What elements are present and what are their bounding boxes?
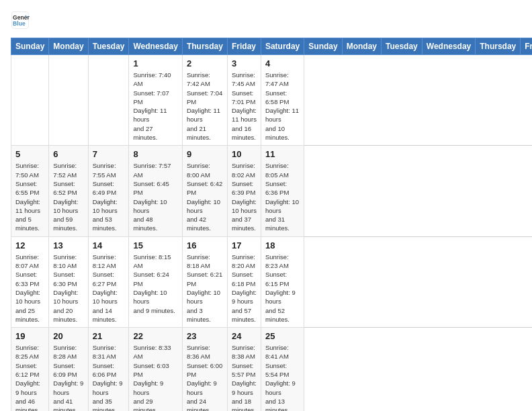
cell-content: Sunrise: 8:36 AM Sunset: 6:00 PM Dayligh… — [187, 343, 223, 411]
day-header-monday: Monday — [49, 38, 88, 55]
day-number: 6 — [53, 149, 83, 159]
day-number: 24 — [232, 331, 257, 341]
day-number: 23 — [187, 331, 223, 341]
day-number: 20 — [53, 331, 83, 341]
calendar-header-row: SundayMondayTuesdayWednesdayThursdayFrid… — [11, 38, 533, 55]
day-number: 5 — [15, 149, 44, 159]
calendar-cell: 7Sunrise: 7:55 AM Sunset: 6:49 PM Daylig… — [88, 146, 129, 236]
cell-content: Sunrise: 7:52 AM Sunset: 6:52 PM Dayligh… — [53, 161, 83, 232]
page-header: General Blue — [11, 11, 521, 30]
cell-content: Sunrise: 8:10 AM Sunset: 6:30 PM Dayligh… — [53, 253, 83, 324]
calendar-cell: 22Sunrise: 8:33 AM Sunset: 6:03 PM Dayli… — [129, 328, 182, 411]
calendar-cell: 10Sunrise: 8:02 AM Sunset: 6:39 PM Dayli… — [227, 146, 261, 236]
day-number: 12 — [15, 240, 44, 250]
cell-content: Sunrise: 7:55 AM Sunset: 6:49 PM Dayligh… — [93, 161, 125, 232]
calendar-cell: 16Sunrise: 8:18 AM Sunset: 6:21 PM Dayli… — [182, 236, 227, 327]
cell-content: Sunrise: 8:28 AM Sunset: 6:09 PM Dayligh… — [53, 343, 83, 411]
calendar-cell: 24Sunrise: 8:38 AM Sunset: 5:57 PM Dayli… — [227, 328, 261, 411]
day-number: 25 — [265, 331, 300, 341]
calendar-cell: 2Sunrise: 7:42 AM Sunset: 7:04 PM Daylig… — [182, 55, 227, 146]
calendar-cell: 9Sunrise: 8:00 AM Sunset: 6:42 PM Daylig… — [182, 146, 227, 236]
calendar-cell: 11Sunrise: 8:05 AM Sunset: 6:36 PM Dayli… — [261, 146, 304, 236]
logo-icon: General Blue — [11, 11, 30, 30]
cell-content: Sunrise: 7:40 AM Sunset: 7:07 PM Dayligh… — [133, 71, 177, 142]
col-header-monday: Monday — [342, 38, 381, 55]
day-number: 4 — [265, 58, 300, 68]
day-number: 13 — [53, 240, 83, 250]
day-number: 7 — [93, 149, 125, 159]
calendar-cell: 23Sunrise: 8:36 AM Sunset: 6:00 PM Dayli… — [182, 328, 227, 411]
day-number: 14 — [93, 240, 125, 250]
calendar-cell: 15Sunrise: 8:15 AM Sunset: 6:24 PM Dayli… — [129, 236, 182, 327]
calendar-cell — [49, 55, 88, 146]
calendar-cell: 5Sunrise: 7:50 AM Sunset: 6:55 PM Daylig… — [11, 146, 49, 236]
cell-content: Sunrise: 8:41 AM Sunset: 5:54 PM Dayligh… — [265, 343, 300, 411]
cell-content: Sunrise: 7:45 AM Sunset: 7:01 PM Dayligh… — [232, 71, 257, 142]
cell-content: Sunrise: 7:42 AM Sunset: 7:04 PM Dayligh… — [187, 71, 223, 142]
cell-content: Sunrise: 8:33 AM Sunset: 6:03 PM Dayligh… — [133, 343, 177, 411]
calendar-cell: 3Sunrise: 7:45 AM Sunset: 7:01 PM Daylig… — [227, 55, 261, 146]
day-number: 17 — [232, 240, 257, 250]
day-number: 19 — [15, 331, 44, 341]
calendar-cell: 8Sunrise: 7:57 AM Sunset: 6:45 PM Daylig… — [129, 146, 182, 236]
calendar-cell: 12Sunrise: 8:07 AM Sunset: 6:33 PM Dayli… — [11, 236, 49, 327]
cell-content: Sunrise: 8:18 AM Sunset: 6:21 PM Dayligh… — [187, 253, 223, 324]
cell-content: Sunrise: 8:05 AM Sunset: 6:36 PM Dayligh… — [265, 161, 300, 232]
day-number: 18 — [265, 240, 300, 250]
cell-content: Sunrise: 8:31 AM Sunset: 6:06 PM Dayligh… — [93, 343, 125, 411]
cell-content: Sunrise: 8:02 AM Sunset: 6:39 PM Dayligh… — [232, 161, 257, 232]
day-number: 16 — [187, 240, 223, 250]
day-number: 21 — [93, 331, 125, 341]
col-header-tuesday: Tuesday — [381, 38, 422, 55]
day-number: 11 — [265, 149, 300, 159]
cell-content: Sunrise: 8:12 AM Sunset: 6:27 PM Dayligh… — [93, 253, 125, 324]
day-number: 15 — [133, 240, 177, 250]
col-header-thursday: Thursday — [476, 38, 521, 55]
day-number: 2 — [187, 58, 223, 68]
svg-text:Blue: Blue — [13, 20, 26, 27]
calendar-cell: 25Sunrise: 8:41 AM Sunset: 5:54 PM Dayli… — [261, 328, 304, 411]
calendar-cell: 21Sunrise: 8:31 AM Sunset: 6:06 PM Dayli… — [88, 328, 129, 411]
calendar-week-4: 19Sunrise: 8:25 AM Sunset: 6:12 PM Dayli… — [11, 328, 533, 411]
calendar-cell: 20Sunrise: 8:28 AM Sunset: 6:09 PM Dayli… — [49, 328, 88, 411]
calendar-cell: 18Sunrise: 8:23 AM Sunset: 6:15 PM Dayli… — [261, 236, 304, 327]
calendar-cell: 19Sunrise: 8:25 AM Sunset: 6:12 PM Dayli… — [11, 328, 49, 411]
calendar-cell: 13Sunrise: 8:10 AM Sunset: 6:30 PM Dayli… — [49, 236, 88, 327]
calendar-table: SundayMondayTuesdayWednesdayThursdayFrid… — [11, 38, 532, 411]
day-number: 10 — [232, 149, 257, 159]
cell-content: Sunrise: 8:38 AM Sunset: 5:57 PM Dayligh… — [232, 343, 257, 411]
calendar-cell: 14Sunrise: 8:12 AM Sunset: 6:27 PM Dayli… — [88, 236, 129, 327]
cell-content: Sunrise: 8:20 AM Sunset: 6:18 PM Dayligh… — [232, 253, 257, 324]
calendar-cell — [88, 55, 129, 146]
cell-content: Sunrise: 7:50 AM Sunset: 6:55 PM Dayligh… — [15, 161, 44, 232]
day-number: 9 — [187, 149, 223, 159]
calendar-cell — [11, 55, 49, 146]
cell-content: Sunrise: 8:07 AM Sunset: 6:33 PM Dayligh… — [15, 253, 44, 324]
calendar-cell: 1Sunrise: 7:40 AM Sunset: 7:07 PM Daylig… — [129, 55, 182, 146]
cell-content: Sunrise: 7:47 AM Sunset: 6:58 PM Dayligh… — [265, 71, 300, 142]
calendar-week-3: 12Sunrise: 8:07 AM Sunset: 6:33 PM Dayli… — [11, 236, 533, 327]
calendar-cell: 4Sunrise: 7:47 AM Sunset: 6:58 PM Daylig… — [261, 55, 304, 146]
col-header-friday: Friday — [521, 38, 532, 55]
day-header-thursday: Thursday — [182, 38, 227, 55]
cell-content: Sunrise: 8:25 AM Sunset: 6:12 PM Dayligh… — [15, 343, 44, 411]
calendar-cell: 6Sunrise: 7:52 AM Sunset: 6:52 PM Daylig… — [49, 146, 88, 236]
cell-content: Sunrise: 7:57 AM Sunset: 6:45 PM Dayligh… — [133, 161, 177, 232]
day-header-friday: Friday — [227, 38, 261, 55]
col-header-sunday: Sunday — [304, 38, 342, 55]
day-header-saturday: Saturday — [261, 38, 304, 55]
cell-content: Sunrise: 8:23 AM Sunset: 6:15 PM Dayligh… — [265, 253, 300, 324]
col-header-wednesday: Wednesday — [422, 38, 475, 55]
day-number: 1 — [133, 58, 177, 68]
cell-content: Sunrise: 8:15 AM Sunset: 6:24 PM Dayligh… — [133, 253, 177, 315]
day-number: 8 — [133, 149, 177, 159]
calendar-week-2: 5Sunrise: 7:50 AM Sunset: 6:55 PM Daylig… — [11, 146, 533, 236]
day-number: 22 — [133, 331, 177, 341]
day-header-tuesday: Tuesday — [88, 38, 129, 55]
day-number: 3 — [232, 58, 257, 68]
day-header-wednesday: Wednesday — [129, 38, 182, 55]
cell-content: Sunrise: 8:00 AM Sunset: 6:42 PM Dayligh… — [187, 161, 223, 232]
calendar-week-1: 1Sunrise: 7:40 AM Sunset: 7:07 PM Daylig… — [11, 55, 533, 146]
day-header-sunday: Sunday — [11, 38, 49, 55]
calendar-cell: 17Sunrise: 8:20 AM Sunset: 6:18 PM Dayli… — [227, 236, 261, 327]
